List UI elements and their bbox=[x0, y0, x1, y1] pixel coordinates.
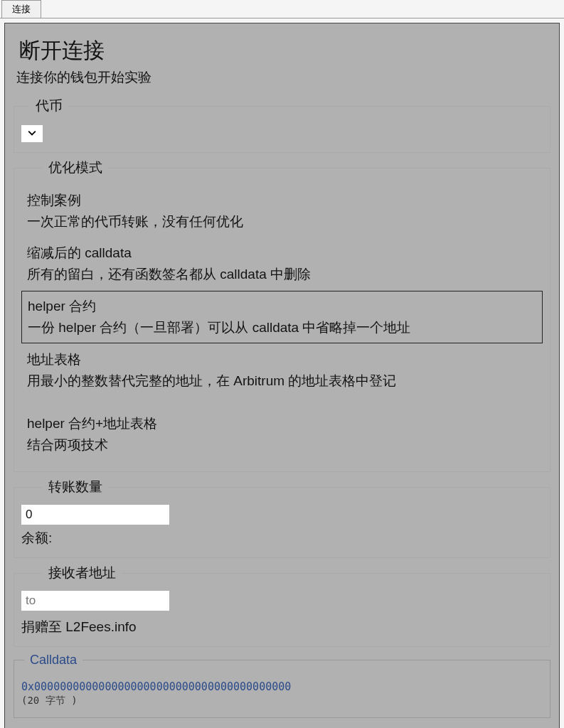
calldata-bytes: (20 字节 ) bbox=[21, 695, 543, 707]
token-legend: 代币 bbox=[30, 97, 68, 115]
opt-desc: 所有的留白，还有函数签名都从 calldata 中删除 bbox=[27, 265, 537, 284]
opt-title: 地址表格 bbox=[27, 350, 537, 369]
calldata-hex: 0x00000000000000000000000000000000000000… bbox=[21, 680, 543, 693]
opt-title: 缩减后的 calldata bbox=[27, 244, 537, 262]
opt-title: helper 合约 bbox=[28, 297, 536, 316]
calldata-legend: Calldata bbox=[24, 653, 83, 668]
opt-title: 控制案例 bbox=[27, 191, 537, 210]
disconnect-title[interactable]: 断开连接 bbox=[14, 29, 550, 68]
opt-desc: 一份 helper 合约（一旦部署）可以从 calldata 中省略掉一个地址 bbox=[28, 318, 536, 337]
recipient-input[interactable] bbox=[21, 591, 169, 611]
amount-legend: 转账数量 bbox=[43, 478, 108, 496]
opt-item-control[interactable]: 控制案例 一次正常的代币转账，没有任何优化 bbox=[21, 186, 543, 237]
recipient-legend: 接收者地址 bbox=[43, 564, 122, 582]
chevron-down-icon bbox=[28, 127, 36, 140]
overlay-panel: 断开连接 连接你的钱包开始实验 代币 优化模式 控制案例 一次正常的代币转账，没… bbox=[4, 23, 560, 728]
token-fieldset: 代币 bbox=[14, 97, 550, 153]
opt-desc: 结合两项技术 bbox=[27, 436, 537, 454]
optimization-mode-fieldset: 优化模式 控制案例 一次正常的代币转账，没有任何优化 缩减后的 calldata… bbox=[14, 159, 550, 472]
opt-mode-legend: 优化模式 bbox=[43, 159, 108, 177]
amount-input[interactable] bbox=[21, 505, 169, 525]
tab-connect[interactable]: 连接 bbox=[1, 0, 41, 18]
subtitle: 连接你的钱包开始实验 bbox=[14, 68, 550, 92]
main-wrap: 断开连接 连接你的钱包开始实验 代币 优化模式 控制案例 一次正常的代币转账，没… bbox=[0, 18, 564, 728]
opt-item-address-table[interactable]: 地址表格 用最小的整数替代完整的地址，在 Arbitrum 的地址表格中登记 bbox=[21, 345, 543, 396]
recipient-fieldset: 接收者地址 捐赠至 L2Fees.info bbox=[14, 564, 550, 647]
opt-item-helper-plus-table[interactable]: helper 合约+地址表格 结合两项技术 bbox=[21, 409, 543, 460]
opt-item-reduced-calldata[interactable]: 缩减后的 calldata 所有的留白，还有函数签名都从 calldata 中删… bbox=[21, 238, 543, 289]
opt-item-helper-contract[interactable]: helper 合约 一份 helper 合约（一旦部署）可以从 calldata… bbox=[21, 291, 543, 343]
tab-bar: 连接 bbox=[0, 0, 564, 18]
token-select[interactable] bbox=[21, 125, 43, 142]
donate-link[interactable]: 捐赠至 L2Fees.info bbox=[21, 618, 543, 636]
opt-title: helper 合约+地址表格 bbox=[27, 414, 537, 433]
amount-fieldset: 转账数量 余额: bbox=[14, 478, 550, 558]
opt-desc: 用最小的整数替代完整的地址，在 Arbitrum 的地址表格中登记 bbox=[27, 372, 537, 390]
opt-desc: 一次正常的代币转账，没有任何优化 bbox=[27, 213, 537, 231]
calldata-fieldset: Calldata 0x00000000000000000000000000000… bbox=[14, 653, 550, 718]
balance-label: 余额: bbox=[21, 529, 543, 547]
tab-label: 连接 bbox=[12, 4, 31, 14]
